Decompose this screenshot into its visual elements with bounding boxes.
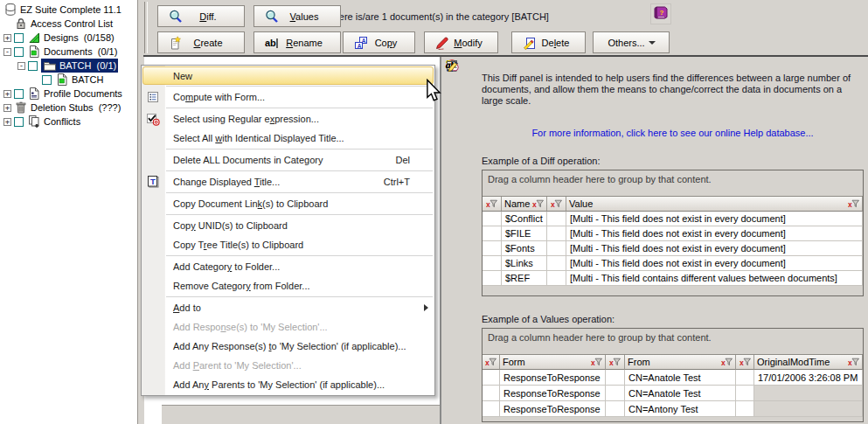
values-grid-row[interactable]: abResponseToResponseCN=Anatole Test17/01… (483, 370, 863, 386)
paperclip-icon-cell (483, 226, 502, 241)
row-indicator-header[interactable]: x (483, 355, 500, 370)
expand-toggle-icon[interactable]: + (3, 104, 11, 112)
folder-icon (43, 59, 57, 73)
dropdown-arrow-icon (649, 41, 656, 45)
menu-item-add-any-response-s-to-my-selection-if-ap[interactable]: Add Any Response(s) to 'My Selection' (i… (142, 337, 434, 356)
svg-text:x: x (551, 200, 555, 208)
row-indicator-header[interactable]: x (606, 355, 625, 370)
column-header-form[interactable]: Formx (500, 355, 606, 370)
help-database-link[interactable]: For more information, click here to see … (482, 128, 864, 138)
collapse-toggle-icon[interactable]: - (17, 62, 25, 70)
collapse-toggle-icon[interactable]: - (3, 48, 11, 56)
copy-button[interactable]: AACopy (343, 31, 415, 53)
tree-item-batch-0-1[interactable]: -BATCH (0/1) (0, 59, 137, 73)
menu-item-new[interactable]: New (142, 66, 434, 85)
tree-item-ez-suite-complete-11-1[interactable]: EZ Suite Complete 11.1 (0, 3, 137, 17)
rename-button[interactable]: abRename (253, 31, 341, 53)
delete-icon (523, 36, 537, 50)
tree-item-label: Deletion Stubs (???) (31, 102, 121, 113)
menu-item-delete-all-documents-in-category[interactable]: Delete ALL Documents in CategoryDel (142, 150, 434, 170)
question-icon-cell: ? (547, 256, 566, 271)
filter-icon[interactable]: x (532, 199, 544, 208)
tree-item-profile-documents[interactable]: +Profile Documents (0, 87, 137, 101)
values-grid-row[interactable]: abResponseToResponseCN=Antony Test (483, 401, 863, 417)
menu-item-copy-tree-title-s-to-clipboard[interactable]: Copy Tree Title(s) to Clipboard (142, 235, 434, 254)
menu-item-compute-with-form[interactable]: Compute with Form... (142, 87, 434, 107)
tree-item-conflicts[interactable]: +Conflicts (0, 115, 137, 129)
filter-icon[interactable]: x (740, 358, 751, 366)
grid-footer-space (483, 286, 863, 295)
navigation-tree: EZ Suite Complete 11.1Access Control Lis… (0, 0, 138, 424)
create-button[interactable]: Create (157, 31, 245, 53)
toolbar: There is/are 1 document(s) in the catego… (138, 0, 868, 55)
tree-checkbox[interactable] (14, 89, 24, 99)
menu-item-label: Compute with Form... (173, 92, 429, 102)
filter-icon[interactable]: x (591, 358, 602, 366)
tree-item-deletion-stubs[interactable]: +Deletion Stubs (???) (0, 101, 137, 115)
diff-grid-row[interactable]: $Links?[Multi - This field does not exis… (483, 256, 863, 271)
tree-checkbox[interactable] (42, 75, 52, 85)
filter-icon[interactable]: x (848, 199, 859, 208)
menu-item-select-using-regular-expression[interactable]: Select using Regular expression... (142, 109, 434, 129)
name-cell: $Fonts (502, 241, 547, 256)
diff-grid-row[interactable]: $FILE?[Multi - This field does not exist… (483, 226, 863, 241)
filter-icon[interactable]: x (721, 358, 733, 366)
horizontal-scrollbar[interactable] (162, 405, 440, 424)
filter-icon[interactable]: x (848, 358, 859, 366)
column-header-name[interactable]: Namex (502, 197, 547, 212)
filter-icon[interactable]: x (609, 358, 621, 366)
others-button[interactable]: Others... (593, 31, 670, 53)
values-grid-row[interactable]: abResponseToResponseCN=Anatole Test (483, 386, 863, 401)
menu-item-add-category-to-folder[interactable]: Add Category to Folder... (142, 257, 434, 276)
column-header-label: Value (569, 198, 846, 209)
tree-item-access-control-list[interactable]: Access Control List (0, 17, 137, 31)
tree-checkbox[interactable] (28, 61, 38, 71)
menu-item-copy-document-link-s-to-clipboard[interactable]: Copy Document Link(s) to Clipboard (142, 194, 434, 213)
magnifier-icon (169, 10, 183, 24)
menu-separator (166, 214, 433, 215)
selected-tree-item[interactable]: BATCH (0/1) (41, 59, 118, 73)
expand-toggle-icon[interactable]: + (3, 34, 11, 42)
svg-text:x: x (591, 358, 595, 366)
form-cell: ResponseToResponse (500, 401, 606, 417)
filter-icon[interactable]: x (486, 199, 497, 208)
diff-grid-row[interactable]: $REF?[Multi - This field contains differ… (483, 271, 863, 286)
tree-checkbox[interactable] (14, 33, 24, 43)
menu-item-remove-category-from-folder[interactable]: Remove Category from Folder... (142, 276, 434, 295)
modify-button[interactable]: Modify (424, 31, 498, 53)
tree-item-batch[interactable]: BATCH (0, 73, 137, 87)
row-indicator-header[interactable]: x (547, 197, 566, 212)
values-button[interactable]: Values (253, 5, 341, 27)
tree-item-documents-0-1[interactable]: -Documents (0/1) (0, 45, 137, 59)
tree-checkbox[interactable] (14, 47, 24, 57)
column-header-originalmodtime[interactable]: OriginalModTimex (754, 355, 863, 370)
diff-button[interactable]: Diff. (157, 5, 245, 27)
row-indicator-header[interactable]: x (483, 197, 502, 212)
diff-grid-row[interactable]: ab$Conflict[Multi - This field does not … (483, 212, 863, 226)
expand-toggle-icon[interactable]: + (3, 118, 11, 126)
column-header-value[interactable]: Valuex (566, 197, 863, 212)
tree-checkbox[interactable] (14, 117, 24, 127)
value-cell: [Multi - This field does not exist in ev… (566, 256, 863, 271)
menu-item-select-all-with-identical-displayed-titl[interactable]: Select All with Identical Displayed Titl… (142, 129, 434, 148)
menu-item-add-to[interactable]: Add to (142, 298, 434, 317)
row-indicator-header[interactable]: x (736, 355, 754, 370)
menu-separator (166, 86, 433, 87)
menu-item-add-any-parents-to-my-selection-if-appli[interactable]: Add Any Parents to 'My Selection' (if ap… (142, 375, 434, 394)
menu-item-change-displayed-title[interactable]: TChange Displayed Title...Ctrl+T (142, 172, 434, 191)
expand-toggle-icon[interactable]: + (3, 90, 11, 98)
grid-header-row: xNamexxValuex (483, 197, 863, 212)
column-header-label: From (628, 357, 719, 367)
delete-button[interactable]: Delete (511, 31, 586, 53)
ab-icon-cell: ab (483, 386, 500, 401)
copy-icon: AA (354, 36, 368, 50)
diff-grid-row[interactable]: $Fonts?[Multi - This field does not exis… (483, 241, 863, 256)
tree-item-designs-0-158[interactable]: +Designs (0/158) (0, 31, 137, 45)
profile-icon (27, 87, 41, 101)
menu-item-copy-unid-s-to-clipboard[interactable]: Copy UNID(s) to Clipboard (142, 216, 434, 235)
column-header-from[interactable]: Fromx (625, 355, 736, 370)
filter-icon[interactable]: x (485, 358, 496, 366)
filter-icon[interactable]: x (551, 199, 562, 208)
clock-icon-cell (736, 370, 754, 386)
help-button[interactable]: ? (650, 3, 671, 24)
